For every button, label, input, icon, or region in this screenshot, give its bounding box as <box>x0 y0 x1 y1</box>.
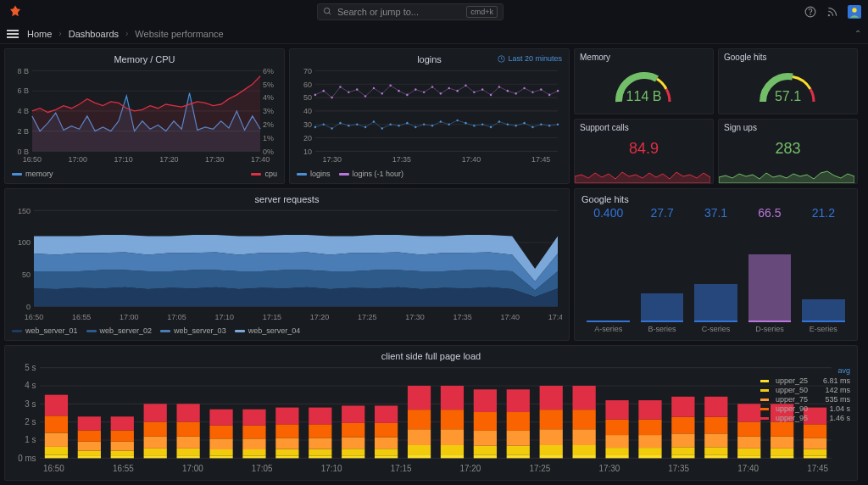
svg-rect-155 <box>176 404 199 421</box>
svg-rect-152 <box>176 449 199 455</box>
svg-rect-228 <box>671 433 694 447</box>
svg-rect-176 <box>342 455 364 458</box>
svg-rect-131 <box>45 455 68 459</box>
breadcrumb-dashboards[interactable]: Dashboards <box>69 29 119 39</box>
svg-rect-198 <box>474 431 497 446</box>
svg-text:17:30: 17:30 <box>598 464 620 473</box>
panel-memory-gauge: Memory 114 B <box>574 48 714 114</box>
svg-rect-213 <box>573 429 596 445</box>
topbar: Search or jump to... cmd+k <box>0 0 868 24</box>
svg-rect-147 <box>144 449 167 455</box>
svg-rect-162 <box>242 449 265 455</box>
svg-text:17:40: 17:40 <box>251 154 270 164</box>
chevron-up-icon[interactable]: ⌃ <box>854 29 861 38</box>
hamburger-icon[interactable] <box>7 27 20 41</box>
svg-text:8 B: 8 B <box>17 66 28 75</box>
svg-text:4%: 4% <box>263 92 274 103</box>
svg-rect-137 <box>78 451 101 456</box>
search-input[interactable]: Search or jump to... cmd+k <box>317 3 504 20</box>
svg-rect-168 <box>275 438 298 449</box>
svg-rect-202 <box>507 446 530 455</box>
svg-rect-219 <box>605 420 628 435</box>
svg-rect-135 <box>45 395 68 416</box>
rss-icon[interactable] <box>826 5 839 19</box>
svg-text:1%: 1% <box>263 132 274 142</box>
legend: web_server_01 web_server_02 web_server_0… <box>12 326 562 335</box>
svg-rect-136 <box>78 456 101 458</box>
svg-rect-149 <box>144 421 167 436</box>
svg-rect-144 <box>111 430 134 441</box>
svg-rect-139 <box>78 430 101 441</box>
svg-text:60: 60 <box>303 79 312 89</box>
svg-text:16:50: 16:50 <box>23 154 42 164</box>
svg-rect-175 <box>309 408 331 425</box>
svg-rect-240 <box>737 404 760 421</box>
legend: memory cpu <box>12 170 277 178</box>
svg-text:5 s: 5 s <box>25 363 36 372</box>
svg-rect-181 <box>375 455 398 458</box>
avatar-icon[interactable] <box>848 5 861 19</box>
help-icon[interactable] <box>804 5 817 19</box>
svg-rect-229 <box>671 417 694 434</box>
svg-rect-184 <box>375 423 398 438</box>
breadcrumb-home[interactable]: Home <box>27 29 52 39</box>
svg-rect-223 <box>638 435 661 448</box>
svg-rect-182 <box>375 449 398 455</box>
svg-rect-151 <box>176 455 199 458</box>
svg-rect-180 <box>342 405 364 422</box>
svg-text:17:15: 17:15 <box>263 312 281 321</box>
grafana-logo-icon[interactable] <box>7 3 24 20</box>
svg-text:17:45: 17:45 <box>807 464 828 473</box>
svg-rect-164 <box>242 426 265 439</box>
svg-rect-235 <box>704 397 727 417</box>
svg-rect-189 <box>408 410 431 429</box>
svg-text:17:05: 17:05 <box>167 312 186 321</box>
svg-rect-172 <box>309 449 331 456</box>
svg-rect-185 <box>375 405 398 422</box>
svg-rect-232 <box>704 447 727 454</box>
svg-rect-211 <box>573 454 596 458</box>
svg-rect-177 <box>342 449 364 455</box>
svg-rect-156 <box>209 456 232 459</box>
svg-rect-227 <box>671 447 694 454</box>
svg-rect-157 <box>209 449 232 455</box>
svg-text:17:40: 17:40 <box>462 154 481 164</box>
svg-rect-188 <box>408 429 431 445</box>
panel-pageload: client side full page load 0 ms1 s2 s3 s… <box>4 345 858 481</box>
time-range-link[interactable]: Last 20 minutes <box>498 54 562 63</box>
svg-rect-158 <box>209 438 232 449</box>
svg-text:6 B: 6 B <box>17 86 28 96</box>
bargauge-item: 0.400A-series <box>581 206 635 333</box>
svg-rect-233 <box>704 433 727 447</box>
svg-rect-226 <box>671 455 694 459</box>
svg-text:16:55: 16:55 <box>72 312 91 321</box>
svg-text:20: 20 <box>303 132 312 142</box>
svg-rect-236 <box>737 455 760 458</box>
bargauge-item: 66.5D-series <box>743 206 796 333</box>
svg-rect-237 <box>737 449 760 455</box>
svg-text:50: 50 <box>22 270 31 279</box>
svg-rect-230 <box>671 397 694 417</box>
pageload-legend: avg upper_256.81 msupper_50142 msupper_7… <box>760 366 850 423</box>
svg-rect-222 <box>638 448 661 455</box>
breadcrumb-current: Website performance <box>135 29 223 39</box>
svg-text:17:00: 17:00 <box>182 464 203 473</box>
svg-text:0 ms: 0 ms <box>18 454 36 463</box>
svg-rect-154 <box>176 421 199 436</box>
svg-text:17:20: 17:20 <box>159 154 178 164</box>
svg-rect-214 <box>573 410 596 429</box>
svg-rect-239 <box>737 421 760 436</box>
svg-rect-238 <box>737 437 760 449</box>
svg-rect-132 <box>45 447 68 455</box>
svg-text:17:00: 17:00 <box>120 312 138 321</box>
svg-text:17:35: 17:35 <box>453 312 471 321</box>
svg-text:17:35: 17:35 <box>668 464 689 473</box>
svg-rect-170 <box>275 408 298 425</box>
svg-text:2 B: 2 B <box>17 125 28 136</box>
svg-rect-169 <box>275 424 298 438</box>
svg-text:17:10: 17:10 <box>214 312 233 321</box>
svg-text:5%: 5% <box>263 79 274 89</box>
svg-rect-246 <box>804 455 826 458</box>
svg-rect-186 <box>408 454 431 458</box>
svg-rect-241 <box>771 455 793 458</box>
